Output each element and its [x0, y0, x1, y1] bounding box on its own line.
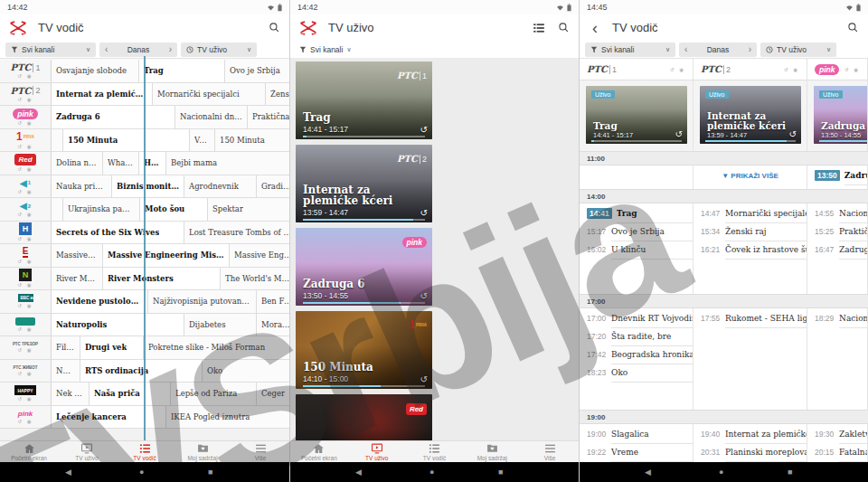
program-cell[interactable]: Nek ide ž… [52, 383, 90, 406]
program-list-item[interactable]: 20:15Fatalna ljubav [807, 444, 867, 462]
program-cell[interactable]: Ovo je Srbija [225, 60, 289, 83]
program-cell[interactable]: Massive Engineering [230, 244, 289, 268]
program-cell[interactable]: Naša priča [90, 383, 171, 406]
channels-filter-dropdown[interactable]: Svi kanali ∨ [290, 41, 579, 58]
program-list-item[interactable]: 13:50Zadruga 6 [807, 167, 867, 185]
program-list-item[interactable]: 16:02U klinču [580, 241, 693, 260]
program-cell[interactable]: Ben Fogle [257, 290, 289, 314]
program-list-item[interactable]: 19:30Zakletva [807, 426, 867, 444]
channel-cell[interactable]: РТС ЖИВОТ↺ ◉ [0, 360, 52, 383]
program-cell[interactable]: Novi… [52, 360, 80, 383]
program-cell[interactable]: Dolina nasilja [52, 152, 103, 175]
program-cell[interactable]: Bejbi mama [166, 152, 289, 175]
chevron-right-icon[interactable]: › [749, 45, 751, 54]
program-list-item[interactable]: 20:31Planinski moreplovac [693, 444, 807, 462]
program-cell[interactable]: Osvajanje slobode [52, 60, 139, 83]
replay-icon[interactable]: ↺ [420, 291, 428, 301]
program-cell[interactable]: Praktična žena [248, 106, 289, 129]
program-cell[interactable]: Massive Engineering Mistakes [103, 244, 230, 268]
channel-cell[interactable]: ↺ ◉ [0, 314, 52, 337]
android-back-icon[interactable]: ◀ [65, 468, 71, 477]
live-card[interactable]: RedHoću da kažem14:41 - 14:51↺ [296, 394, 432, 440]
program-cell[interactable]: Trag [139, 60, 225, 83]
program-cell[interactable]: Pokretne slike - Miloš Forman [144, 336, 289, 360]
live-card[interactable]: UživoZadruga 613:50 - 14:55↺ [814, 86, 868, 144]
chevron-left-icon[interactable]: ‹ [105, 45, 108, 54]
program-list-item[interactable]: 15:34Ženski raj [693, 223, 807, 241]
program-cell[interactable]: Ceger [257, 383, 289, 406]
live-card[interactable]: UživoInternat za plemićke kćeri13:59 - 1… [700, 86, 801, 144]
live-card[interactable]: 1PRVA150 Minuta14:10 - 15:00↺ [296, 311, 432, 389]
program-cell[interactable]: Moravska [257, 314, 289, 337]
program-cell[interactable]: Agrodnevnik [184, 175, 257, 199]
live-card[interactable]: РТС2Internat za plemićke kćeri13:59 - 14… [296, 145, 432, 222]
program-cell[interactable]: Naturopolis [52, 314, 184, 337]
search-icon[interactable] [269, 22, 280, 33]
back-arrow-icon[interactable]: ‹ [589, 20, 601, 36]
channels-filter-dropdown[interactable]: Svi kanali ∨ [585, 43, 675, 57]
program-cell[interactable]: Biznis monitor [112, 175, 184, 199]
list-view-icon[interactable] [533, 23, 545, 33]
channel-cell[interactable]: РТС2↺ ◉ [0, 83, 52, 107]
program-cell[interactable]: Lost Treasure Tombs of the Ancients [184, 222, 289, 245]
mode-filter-dropdown[interactable]: TV uživo ∨ [181, 43, 257, 57]
android-recents-icon[interactable]: ■ [788, 468, 792, 477]
list-column-header[interactable]: РТС2↺ ◉ [693, 59, 807, 80]
live-card[interactable]: pinkZadruga 613:50 - 14:55↺ [296, 228, 432, 306]
day-selector[interactable]: ‹ Danas › [99, 43, 177, 57]
search-icon[interactable] [847, 22, 859, 33]
channel-cell[interactable]: pink↺ ◉ [0, 406, 52, 430]
chevron-left-icon[interactable]: ‹ [684, 45, 687, 54]
program-list-item[interactable]: 17:20Šta radite, bre [580, 328, 693, 346]
nav-item-home[interactable]: Početni ekran [0, 441, 58, 462]
live-card[interactable]: UživoTrag14:41 - 15:17↺ [586, 86, 687, 144]
list-column-header[interactable]: РТС1↺ ◉ [580, 59, 693, 80]
channel-cell[interactable]: ◀2↺ ◉ [0, 198, 52, 222]
android-back-icon[interactable]: ◀ [645, 468, 651, 477]
day-selector[interactable]: ‹ Danas › [679, 43, 757, 57]
program-cell[interactable]: RTS ordinacija [80, 360, 203, 383]
nav-item-tv[interactable]: TV uživo [348, 441, 406, 462]
program-cell[interactable]: Films… [52, 336, 80, 360]
list-column-header[interactable]: pink↺ ◉ [807, 59, 868, 80]
program-cell[interactable]: Internat za plemićke kćeri [52, 83, 153, 107]
android-home-icon[interactable]: ● [429, 468, 434, 477]
chevron-right-icon[interactable]: › [169, 45, 172, 54]
program-cell[interactable] [52, 129, 63, 153]
program-cell[interactable]: The World's Most Beautiful [221, 268, 289, 291]
program-cell[interactable]: Vesti [190, 129, 215, 153]
mode-filter-dropdown[interactable]: TV uživo ∨ [760, 43, 836, 57]
program-cell[interactable]: Nacionalni dnevnik [175, 106, 248, 129]
program-list-item[interactable]: 18:23Oko [580, 364, 693, 383]
channel-cell[interactable]: Red↺ ◉ [0, 152, 52, 175]
program-cell[interactable]: Nevidene pustolovine Džoa… [52, 290, 148, 314]
program-cell[interactable]: Zadruga 6 [52, 106, 175, 129]
replay-icon[interactable]: ↺ [420, 208, 428, 218]
program-list-item[interactable]: 14:41Trag [580, 205, 693, 223]
search-icon[interactable] [558, 22, 570, 33]
nav-item-guide[interactable]: TV vodič [406, 441, 464, 462]
channel-cell[interactable]: BBC earth↺ ◉ [0, 290, 52, 314]
program-cell[interactable]: Drugi vek [80, 336, 144, 360]
program-cell[interactable]: Secrets of the Six Wives [52, 222, 184, 245]
program-cell[interactable]: River Monsters [52, 268, 103, 291]
nav-item-more[interactable]: Više [231, 441, 289, 462]
program-cell[interactable]: River Monsters [103, 268, 221, 291]
show-more-link[interactable]: ▼ PRIKAŽI VIŠE [693, 167, 807, 184]
channel-cell[interactable]: pink↺ ◉ [0, 106, 52, 129]
program-cell[interactable]: Mornarički specijalci [153, 83, 266, 107]
program-cell[interactable]: 150 Minuta [63, 129, 190, 153]
nav-item-more[interactable]: Više [521, 441, 579, 462]
program-list-item[interactable]: 17:00Dnevnik RT Vojvodina [580, 310, 693, 328]
program-list-item[interactable]: 19:22Vreme [580, 444, 693, 462]
program-list-item[interactable]: 18:29Nacionalni dnevnik [807, 310, 867, 328]
program-cell[interactable]: Oko [203, 360, 289, 383]
program-list-item[interactable]: 14:47Mornarički specijalci [693, 205, 807, 223]
android-recents-icon[interactable]: ■ [498, 468, 503, 477]
channel-cell[interactable]: N↺ ◉ [0, 268, 52, 291]
android-home-icon[interactable]: ● [719, 468, 723, 477]
program-list-item[interactable]: 15:25Praktična žena [807, 223, 867, 241]
program-list-item[interactable]: 15:17Ovo je Srbija [580, 223, 693, 241]
program-list-item[interactable]: 17:42Beogradska hronika [580, 346, 693, 364]
program-cell[interactable]: Nauka privredi [52, 175, 112, 199]
